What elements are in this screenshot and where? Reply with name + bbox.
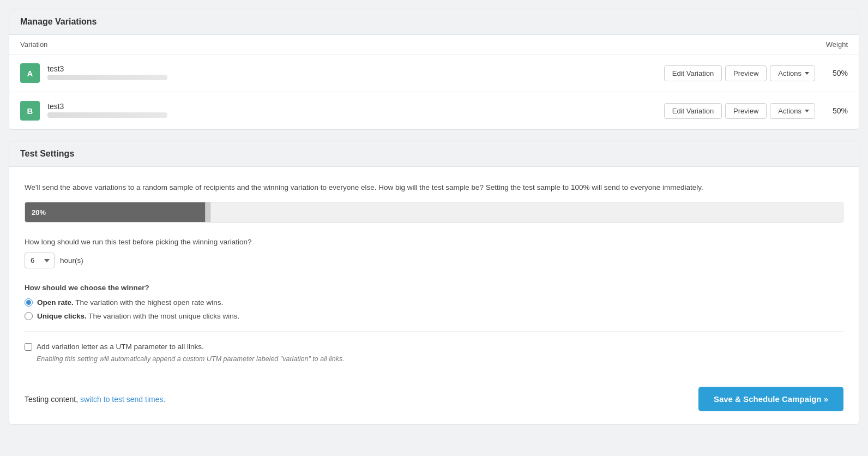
column-weight: Weight [826,40,848,49]
variation-badge-a: A [20,63,40,83]
actions-button-a[interactable]: Actions [770,65,815,81]
slider-track [210,202,843,222]
edit-variation-button-a[interactable]: Edit Variation [664,65,722,81]
test-settings-title: Test Settings [20,149,848,159]
variation-badge-b: B [20,101,40,121]
utm-checkbox[interactable] [25,343,32,351]
table-row: B test3 Edit Variation Preview Actions 5… [9,92,859,129]
utm-checkbox-label[interactable]: Add variation letter as a UTM parameter … [37,343,204,351]
switch-send-times-link[interactable]: switch to test send times. [80,395,165,404]
variation-subject-b [47,112,167,118]
radio-open-rate-label[interactable]: Open rate. The variation with the highes… [37,298,223,307]
test-settings-card: Test Settings We'll send the above varia… [9,141,859,425]
variations-table: Variation Weight A test3 Edit Variation … [9,35,859,129]
chevron-down-icon [805,110,809,112]
save-schedule-button[interactable]: Save & Schedule Campaign » [698,387,843,411]
footer-text-area: Testing content, switch to test send tim… [25,395,165,404]
actions-label-b: Actions [778,107,801,115]
variation-info-a: test3 [47,64,664,82]
sample-size-slider[interactable]: 20% [25,202,843,223]
radio-unique-clicks[interactable] [25,312,33,320]
duration-select[interactable]: 6 1 2 3 4 5 12 24 48 [25,253,55,268]
radio-option-unique-clicks: Unique clicks. The variation with the mo… [25,312,843,320]
duration-row: 6 1 2 3 4 5 12 24 48 hour(s) [25,253,843,268]
test-settings-body: We'll send the above variations to a ran… [9,167,859,376]
footer-static-text: Testing content, [25,395,80,404]
manage-variations-card: Manage Variations Variation Weight A tes… [9,9,859,130]
slider-fill: 20% [25,202,205,222]
slider-thumb[interactable] [205,202,210,223]
variation-weight-b: 50% [828,106,848,115]
radio-unique-clicks-label[interactable]: Unique clicks. The variation with the mo… [37,312,239,320]
test-description: We'll send the above variations to a ran… [25,182,843,193]
variation-name-a: test3 [47,64,664,73]
variation-subject-a [47,75,167,80]
table-row: A test3 Edit Variation Preview Actions 5… [9,55,859,92]
variation-name-b: test3 [47,102,664,111]
footer-row: Testing content, switch to test send tim… [9,376,859,424]
duration-unit: hour(s) [60,256,83,265]
column-variation: Variation [20,40,47,49]
manage-variations-header: Manage Variations [9,9,859,35]
actions-button-b[interactable]: Actions [770,103,815,119]
variation-weight-a: 50% [828,69,848,77]
variation-actions-a: Edit Variation Preview Actions [664,65,815,81]
radio-open-rate[interactable] [25,298,33,307]
winner-section: How should we choose the winner? Open ra… [25,284,843,320]
variation-info-b: test3 [47,102,664,119]
preview-button-a[interactable]: Preview [725,65,767,81]
variation-actions-b: Edit Variation Preview Actions [664,103,815,119]
test-settings-header: Test Settings [9,141,859,167]
utm-note: Enabling this setting will automatically… [37,355,843,363]
manage-variations-title: Manage Variations [20,17,848,27]
duration-question: How long should we run this test before … [25,238,843,246]
preview-button-b[interactable]: Preview [725,103,767,119]
actions-label-a: Actions [778,69,801,77]
utm-checkbox-row: Add variation letter as a UTM parameter … [25,343,843,351]
winner-question: How should we choose the winner? [25,284,843,292]
chevron-down-icon [805,72,809,75]
variations-table-header: Variation Weight [9,35,859,55]
edit-variation-button-b[interactable]: Edit Variation [664,103,722,119]
radio-option-open-rate: Open rate. The variation with the highes… [25,298,843,307]
utm-section: Add variation letter as a UTM parameter … [25,331,843,363]
